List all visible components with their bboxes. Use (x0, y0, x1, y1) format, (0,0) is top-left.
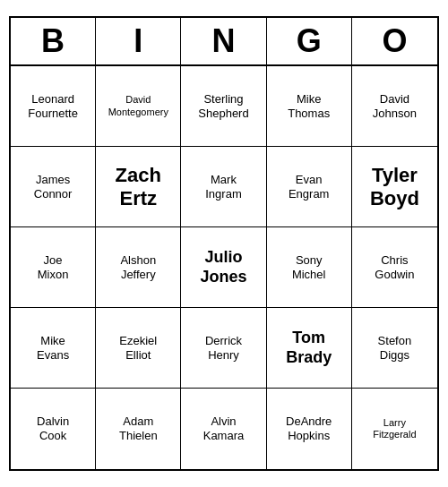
bingo-cell-23: DeAndreHopkins (267, 389, 352, 469)
cell-text-14: ChrisGodwin (375, 253, 414, 281)
cell-text-5: JamesConnor (34, 173, 73, 201)
bingo-cell-18: TomBrady (267, 308, 352, 389)
cell-text-10: JoeMixon (38, 253, 69, 281)
cell-text-1: DavidMontegomery (108, 94, 168, 117)
bingo-cell-15: MikeEvans (11, 308, 96, 389)
bingo-cell-24: LarryFitzgerald (352, 389, 437, 469)
cell-text-0: LeonardFournette (28, 92, 78, 120)
cell-text-23: DeAndreHopkins (286, 414, 332, 442)
bingo-cell-19: StefonDiggs (352, 308, 437, 389)
cell-text-9: TylerBoyd (370, 164, 419, 209)
cell-text-7: MarkIngram (205, 173, 241, 201)
cell-text-15: MikeEvans (37, 334, 69, 362)
bingo-cell-16: EzekielElliot (96, 308, 181, 389)
bingo-cell-1: DavidMontegomery (96, 66, 181, 147)
cell-text-22: AlvinKamara (203, 414, 245, 442)
bingo-letter-n: N (181, 18, 266, 64)
cell-text-3: MikeThomas (288, 92, 330, 120)
cell-text-2: SterlingShepherd (198, 92, 248, 120)
cell-text-16: EzekielElliot (119, 334, 157, 362)
bingo-cell-17: DerrickHenry (181, 308, 266, 389)
bingo-cell-14: ChrisGodwin (352, 227, 437, 308)
bingo-cell-22: AlvinKamara (181, 389, 266, 469)
cell-text-18: TomBrady (286, 329, 332, 367)
cell-text-17: DerrickHenry (205, 334, 242, 362)
bingo-cell-7: MarkIngram (181, 147, 266, 227)
bingo-cell-20: DalvinCook (11, 389, 96, 469)
bingo-cell-4: DavidJohnson (352, 66, 437, 147)
cell-text-8: EvanEngram (289, 173, 330, 201)
bingo-letter-o: O (352, 18, 437, 64)
cell-text-24: LarryFitzgerald (373, 417, 416, 440)
cell-text-4: DavidJohnson (373, 92, 417, 120)
bingo-cell-21: AdamThielen (96, 389, 181, 469)
bingo-grid: LeonardFournetteDavidMontegomerySterling… (11, 66, 437, 469)
cell-text-13: SonyMichel (292, 253, 326, 281)
cell-text-21: AdamThielen (119, 414, 158, 442)
bingo-letter-b: B (11, 18, 96, 64)
bingo-letter-i: I (96, 18, 181, 64)
cell-text-20: DalvinCook (37, 414, 69, 442)
bingo-cell-8: EvanEngram (267, 147, 352, 227)
cell-text-12: JulioJones (200, 248, 246, 286)
cell-text-19: StefonDiggs (378, 334, 412, 362)
bingo-cell-12: JulioJones (181, 227, 266, 308)
bingo-cell-10: JoeMixon (11, 227, 96, 308)
bingo-cell-0: LeonardFournette (11, 66, 96, 147)
bingo-header: BINGO (11, 18, 437, 66)
bingo-cell-6: ZachErtz (96, 147, 181, 227)
bingo-cell-5: JamesConnor (11, 147, 96, 227)
cell-text-11: AlshonJeffery (120, 253, 156, 281)
cell-text-6: ZachErtz (116, 164, 161, 209)
bingo-cell-3: MikeThomas (267, 66, 352, 147)
bingo-cell-9: TylerBoyd (352, 147, 437, 227)
bingo-cell-2: SterlingShepherd (181, 66, 266, 147)
bingo-cell-11: AlshonJeffery (96, 227, 181, 308)
bingo-cell-13: SonyMichel (267, 227, 352, 308)
bingo-letter-g: G (267, 18, 352, 64)
bingo-card: BINGO LeonardFournetteDavidMontegomerySt… (9, 16, 439, 471)
